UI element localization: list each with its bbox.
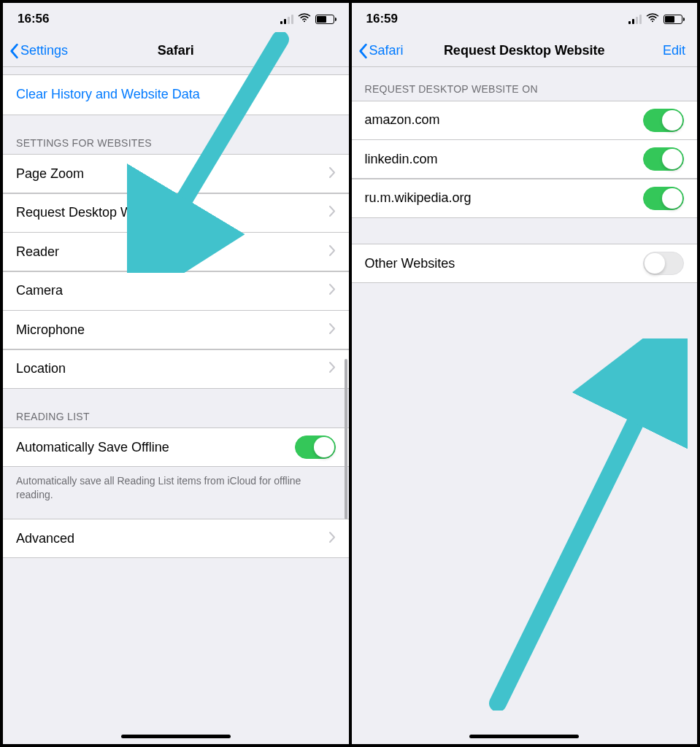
reader-row[interactable]: Reader [3, 232, 349, 271]
row-label: Camera [16, 283, 63, 298]
chevron-right-icon [329, 322, 336, 338]
clear-history-button[interactable]: Clear History and Website Data [3, 74, 349, 115]
back-label: Safari [369, 43, 404, 58]
battery-icon [315, 15, 334, 24]
content: Clear History and Website Data SETTINGS … [3, 67, 349, 744]
row-label: Advanced [16, 531, 74, 546]
row-label: Location [16, 361, 66, 376]
site-wikipedia-row[interactable]: ru.m.wikipedia.org [352, 179, 698, 218]
content: REQUEST DESKTOP WEBSITE ON amazon.com li… [352, 67, 698, 744]
left-screenshot: 16:56 Settings Safari Clear History and … [3, 3, 349, 744]
site-amazon-row[interactable]: amazon.com [352, 101, 698, 140]
row-label: Other Websites [365, 256, 455, 271]
status-bar: 16:59 [352, 3, 698, 35]
row-label: Request Desktop Website [16, 205, 168, 220]
reading-list-header: READING LIST [3, 389, 349, 428]
right-screenshot: 16:59 Safari Request Desktop Website Edi… [352, 3, 698, 744]
row-label: linkedin.com [365, 152, 438, 167]
row-label: Automatically Save Offline [16, 440, 169, 455]
edit-button[interactable]: Edit [663, 43, 685, 58]
status-icons [628, 11, 682, 28]
site-linkedin-row[interactable]: linkedin.com [352, 139, 698, 179]
status-time: 16:56 [18, 12, 49, 26]
autosave-toggle[interactable] [295, 436, 336, 459]
nav-title: Request Desktop Website [444, 43, 605, 58]
chevron-left-icon [9, 43, 19, 59]
chevron-right-icon [329, 531, 336, 546]
site-toggle[interactable] [643, 109, 684, 132]
wifi-icon [298, 11, 311, 28]
cellular-signal-icon [280, 15, 293, 24]
back-button[interactable]: Settings [9, 43, 68, 59]
nav-bar: Safari Request Desktop Website Edit [352, 35, 698, 67]
scroll-indicator[interactable] [345, 359, 347, 519]
camera-row[interactable]: Camera [3, 271, 349, 311]
nav-bar: Settings Safari [3, 35, 349, 67]
nav-title: Safari [158, 43, 194, 58]
back-button[interactable]: Safari [358, 43, 404, 59]
status-time: 16:59 [366, 12, 398, 26]
location-row[interactable]: Location [3, 349, 349, 389]
row-label: amazon.com [365, 112, 440, 128]
cellular-signal-icon [628, 15, 642, 24]
chevron-right-icon [329, 205, 336, 220]
other-websites-toggle[interactable] [643, 252, 684, 275]
battery-icon [664, 15, 682, 24]
request-desktop-row[interactable]: Request Desktop Website [3, 193, 349, 233]
request-desktop-on-header: REQUEST DESKTOP WEBSITE ON [352, 67, 698, 101]
chevron-right-icon [329, 283, 336, 298]
back-label: Settings [20, 43, 68, 58]
chevron-right-icon [329, 361, 336, 376]
site-toggle[interactable] [643, 187, 684, 210]
page-zoom-row[interactable]: Page Zoom [3, 154, 349, 193]
clear-history-label: Clear History and Website Data [16, 87, 200, 102]
row-label: Microphone [16, 322, 85, 338]
chevron-left-icon [358, 43, 368, 59]
microphone-row[interactable]: Microphone [3, 310, 349, 349]
row-label: Reader [16, 244, 59, 260]
chevron-right-icon [329, 244, 336, 260]
site-toggle[interactable] [643, 147, 684, 171]
other-websites-row[interactable]: Other Websites [352, 244, 698, 283]
row-label: ru.m.wikipedia.org [365, 190, 472, 206]
status-bar: 16:56 [3, 3, 349, 35]
advanced-row[interactable]: Advanced [3, 519, 349, 558]
settings-for-websites-header: SETTINGS FOR WEBSITES [3, 115, 349, 155]
chevron-right-icon [329, 166, 336, 182]
status-icons [280, 11, 334, 28]
wifi-icon [646, 11, 659, 28]
svg-point-0 [303, 20, 304, 22]
home-indicator[interactable] [469, 735, 579, 738]
home-indicator[interactable] [121, 735, 231, 738]
svg-point-2 [652, 20, 653, 22]
row-label: Page Zoom [16, 166, 84, 182]
autosave-row[interactable]: Automatically Save Offline [3, 427, 349, 467]
autosave-footer: Automatically save all Reading List item… [3, 467, 349, 519]
